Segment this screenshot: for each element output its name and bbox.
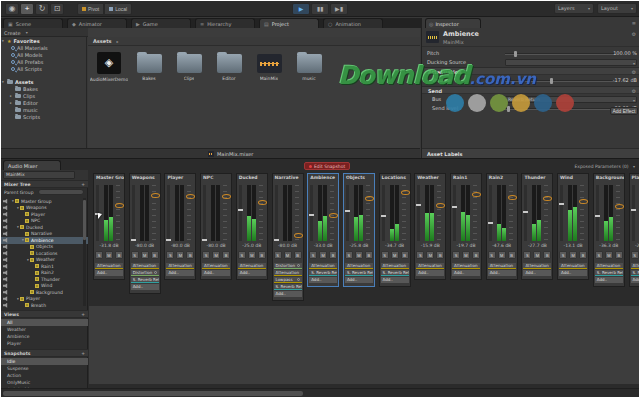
fader-track[interactable] [239, 185, 242, 241]
fader-handle[interactable] [238, 209, 243, 211]
mixer-strip-rain2[interactable]: Rain2-47.6 dBSMBAttenuationAdd.. [486, 173, 518, 280]
add-group-icon[interactable]: + [81, 181, 85, 188]
m-button[interactable]: M [248, 251, 256, 259]
wet-mix-icon[interactable] [297, 264, 300, 267]
fader-value-marker[interactable] [365, 196, 374, 201]
tab-inspector[interactable]: ◎Inspector [425, 18, 481, 28]
speaker-icon[interactable] [3, 257, 9, 262]
fader-track[interactable] [275, 185, 278, 241]
b-button[interactable]: B [294, 251, 302, 259]
mixer-strip-rain1[interactable]: Rain1-19.7 dBSMBAttenuationAdd.. [450, 173, 482, 280]
view-weather[interactable]: Weather [1, 326, 88, 333]
speaker-icon[interactable] [3, 231, 9, 236]
s-button[interactable]: S [309, 251, 317, 259]
s-button[interactable]: S [416, 251, 424, 259]
fader-area[interactable] [308, 183, 338, 243]
asset-bakes[interactable]: Bakes [129, 48, 169, 82]
m-button[interactable]: M [533, 251, 541, 259]
fader-handle[interactable] [166, 239, 171, 241]
speaker-icon[interactable] [3, 296, 9, 301]
snapshot-action[interactable]: Action [1, 372, 88, 379]
gear-icon[interactable]: ⚙ [632, 88, 636, 94]
fader-value-marker[interactable] [579, 199, 588, 204]
volume-slider[interactable] [505, 80, 615, 82]
mixer-hscrollbar[interactable] [1, 388, 639, 397]
fader-area[interactable] [594, 183, 624, 243]
fader-area[interactable] [165, 183, 195, 243]
effect-slot-attenuation[interactable]: Attenuation [131, 263, 159, 269]
sidebar-item-clips[interactable]: ▸Clips [1, 92, 86, 99]
effect-slot-attenuation[interactable]: Attenuation [345, 263, 373, 269]
fader-value-marker[interactable] [472, 192, 481, 197]
speaker-icon[interactable] [3, 225, 9, 230]
hand-tool[interactable]: ◉ [5, 3, 19, 15]
m-button[interactable]: M [391, 251, 399, 259]
mixer-strip-locations[interactable]: Locations-34.7 dBSMBAttenuationS. Reverb… [379, 173, 411, 287]
m-button[interactable]: M [426, 251, 434, 259]
pitch-knob[interactable] [514, 51, 517, 57]
fader-track[interactable] [596, 185, 599, 241]
fader-area[interactable] [630, 183, 640, 243]
fader-value-marker[interactable] [115, 203, 124, 208]
add-effect-slot[interactable]: Add.. [452, 270, 480, 276]
fader-track[interactable] [310, 185, 313, 241]
add-effect-slot[interactable]: Add.. [95, 270, 123, 276]
speaker-icon[interactable] [3, 277, 9, 282]
s-button[interactable]: S [202, 251, 210, 259]
parent-group-dropdown[interactable] [38, 189, 84, 195]
asset-clips[interactable]: Clips [169, 48, 209, 82]
tab-game[interactable]: ▶Game [131, 18, 191, 28]
effect-slot-attenuation[interactable]: Attenuation [309, 263, 337, 269]
b-button[interactable]: B [365, 251, 373, 259]
view-player[interactable]: Player [1, 340, 88, 347]
add-effect-slot[interactable]: Add.. [631, 277, 640, 283]
m-button[interactable]: M [212, 251, 220, 259]
add-effect-button[interactable]: Add Effect [610, 107, 638, 115]
fader-area[interactable] [273, 183, 303, 243]
effect-slot-attenuation[interactable]: Attenuation [559, 263, 587, 269]
effect-slot-attenuation[interactable]: Attenuation [202, 263, 230, 269]
fader-value-marker[interactable] [151, 193, 160, 198]
effect-slot-s-reverb-return[interactable]: S. Reverb Return [345, 270, 373, 276]
fader-track[interactable] [346, 185, 349, 241]
add-effect-slot[interactable]: Add.. [166, 270, 194, 276]
fader-value-marker[interactable] [436, 203, 445, 208]
b-button[interactable]: B [186, 251, 194, 259]
b-button[interactable]: B [615, 251, 623, 259]
sidebar-item-all-materials[interactable]: All Materials [1, 44, 86, 51]
add-effect-slot[interactable]: Add.. [202, 270, 230, 276]
effect-slot-attenuation[interactable]: Attenuation [488, 263, 516, 269]
speaker-icon[interactable] [3, 212, 9, 217]
mixer-strip-wind[interactable]: Wind-13.1 dBSMBAttenuationAdd.. [557, 173, 589, 280]
ducking-source-dropdown[interactable]: ▾ [505, 59, 637, 66]
speaker-icon[interactable] [3, 218, 9, 223]
effect-slot-s-reverb-return[interactable]: S. Reverb Return [631, 270, 640, 276]
b-button[interactable]: B [329, 251, 337, 259]
add-effect-slot[interactable]: Add.. [238, 270, 266, 276]
fader-area[interactable] [237, 183, 267, 243]
favorites-root[interactable]: ▾★Favorites [1, 37, 86, 44]
add-effect-slot[interactable]: Add.. [381, 277, 409, 283]
s-button[interactable]: S [95, 251, 103, 259]
fader-value-marker[interactable] [294, 233, 303, 238]
s-button[interactable]: S [345, 251, 353, 259]
move-tool[interactable]: + [20, 3, 34, 15]
tree-scrollbar[interactable] [83, 198, 86, 306]
pause-button[interactable]: ▮▮ [311, 3, 329, 15]
m-button[interactable]: M [498, 251, 506, 259]
effect-slot-s-reverb-return[interactable]: S. Reverb Return [381, 270, 409, 276]
fader-handle[interactable] [309, 214, 314, 216]
speaker-icon[interactable] [3, 303, 9, 308]
fader-track[interactable] [203, 185, 206, 241]
layers-dropdown[interactable]: Layers▾ [554, 3, 594, 14]
fader-area[interactable] [201, 183, 231, 243]
fader-handle[interactable] [274, 239, 279, 241]
tab-project[interactable]: ▤Project [259, 18, 319, 28]
speaker-icon[interactable] [3, 264, 9, 269]
s-button[interactable]: S [595, 251, 603, 259]
b-button[interactable]: B [472, 251, 480, 259]
effect-slot-distortion[interactable]: Distortion [131, 270, 159, 276]
speaker-icon[interactable] [3, 283, 9, 288]
fader-value-marker[interactable] [186, 194, 195, 199]
effect-slot-attenuation[interactable]: Attenuation [452, 263, 480, 269]
